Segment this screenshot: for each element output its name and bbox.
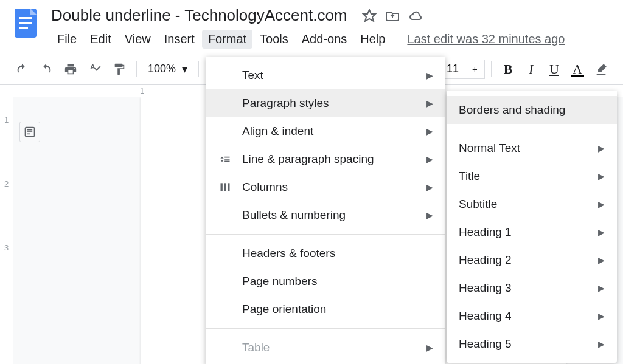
menu-align-indent[interactable]: Align & indent ▶ (206, 117, 445, 145)
menu-label: Page numbers (242, 275, 433, 288)
submenu-label: Heading 4 (459, 309, 598, 323)
chevron-right-icon: ▶ (598, 199, 605, 209)
submenu-borders-shading[interactable]: Borders and shading (447, 96, 617, 124)
chevron-right-icon: ▶ (598, 255, 605, 265)
blank-icon (218, 124, 232, 139)
menu-separator (447, 129, 617, 129)
menu-page-numbers[interactable]: Page numbers (206, 267, 445, 295)
chevron-right-icon: ▶ (426, 154, 433, 164)
chevron-right-icon: ▶ (426, 98, 433, 108)
submenu-heading-1[interactable]: Heading 1 ▶ (447, 218, 617, 246)
submenu-heading-3[interactable]: Heading 3 ▶ (447, 274, 617, 302)
blank-icon (218, 340, 232, 355)
menu-bullets-numbering[interactable]: Bullets & numbering ▶ (206, 201, 445, 229)
italic-button[interactable]: I (521, 59, 541, 80)
move-folder-icon[interactable] (385, 9, 400, 23)
highlight-color-icon[interactable] (590, 58, 612, 80)
redo-icon[interactable] (35, 58, 57, 80)
menu-label: Table (242, 341, 417, 354)
submenu-normal-text[interactable]: Normal Text ▶ (447, 134, 617, 162)
cloud-saved-icon[interactable] (408, 9, 423, 23)
chevron-right-icon: ▶ (426, 210, 433, 220)
star-icon[interactable] (362, 9, 377, 23)
menu-file[interactable]: File (51, 30, 83, 49)
menu-text[interactable]: Text ▶ (206, 61, 445, 89)
chevron-right-icon: ▶ (426, 182, 433, 192)
submenu-heading-2[interactable]: Heading 2 ▶ (447, 246, 617, 274)
blank-icon (218, 68, 232, 83)
print-icon[interactable] (60, 58, 82, 80)
menu-label: Page orientation (242, 303, 433, 316)
svg-rect-9 (221, 183, 223, 191)
menu-headers-footers[interactable]: Headers & footers (206, 239, 445, 267)
svg-rect-3 (19, 27, 28, 29)
chevron-right-icon: ▶ (598, 283, 605, 293)
menu-paragraph-styles[interactable]: Paragraph styles ▶ (206, 89, 445, 117)
outline-icon[interactable] (19, 122, 40, 142)
menu-format[interactable]: Format (202, 30, 252, 49)
submenu-label: Heading 2 (459, 253, 598, 267)
paragraph-styles-submenu: Borders and shading Normal Text ▶ Title … (447, 91, 617, 363)
ruler-tick: 3 (0, 243, 13, 252)
chevron-right-icon: ▶ (426, 343, 433, 352)
header: Double underline - TechnologyAccent.com … (0, 0, 623, 49)
menu-separator (206, 234, 445, 235)
ruler-vertical[interactable]: 1 2 3 (0, 97, 13, 364)
font-size-plus[interactable]: + (465, 60, 485, 79)
blank-icon (218, 302, 232, 317)
last-edit-link[interactable]: Last edit was 32 minutes ago (407, 32, 565, 46)
menu-label: Paragraph styles (242, 97, 417, 110)
outline-sidebar (13, 97, 46, 364)
chevron-down-icon: ▾ (182, 63, 187, 76)
ruler-tick: 1 (140, 86, 144, 95)
submenu-label: Heading 3 (459, 281, 598, 295)
toolbar-separator (136, 61, 137, 77)
menu-table[interactable]: Table ▶ (206, 334, 445, 362)
ruler-tick: 2 (0, 179, 13, 188)
chevron-right-icon: ▶ (598, 311, 605, 321)
menu-addons[interactable]: Add-ons (296, 30, 353, 49)
blank-icon (218, 208, 232, 222)
menu-tools[interactable]: Tools (254, 30, 294, 49)
columns-icon (218, 180, 232, 194)
submenu-heading-5[interactable]: Heading 5 ▶ (447, 330, 617, 358)
menu-separator (206, 328, 445, 329)
menu-view[interactable]: View (119, 30, 157, 49)
submenu-label: Borders and shading (459, 103, 605, 117)
menu-help[interactable]: Help (354, 30, 391, 49)
svg-rect-2 (19, 22, 32, 24)
docs-logo[interactable] (12, 6, 39, 40)
submenu-label: Heading 5 (459, 337, 598, 351)
bold-button[interactable]: B (498, 59, 518, 80)
paint-format-icon[interactable] (108, 58, 130, 80)
submenu-label: Title (459, 170, 598, 183)
format-dropdown: Text ▶ Paragraph styles ▶ Align & indent… (206, 57, 445, 364)
zoom-select[interactable]: 100% ▾ (143, 60, 192, 78)
chevron-right-icon: ▶ (426, 70, 433, 80)
chevron-right-icon: ▶ (598, 143, 605, 153)
blank-icon (218, 96, 232, 111)
font-size-control: + (440, 60, 485, 79)
title-row: Double underline - TechnologyAccent.com (51, 6, 611, 25)
zoom-value: 100% (148, 63, 176, 75)
submenu-title[interactable]: Title ▶ (447, 162, 617, 190)
underline-button[interactable]: U (544, 59, 565, 80)
menu-insert[interactable]: Insert (158, 30, 201, 49)
menu-columns[interactable]: Columns ▶ (206, 173, 445, 201)
menu-label: Text (242, 69, 417, 82)
submenu-subtitle[interactable]: Subtitle ▶ (447, 190, 617, 218)
submenu-label: Heading 1 (459, 225, 598, 239)
svg-rect-11 (228, 183, 229, 191)
menu-line-spacing[interactable]: Line & paragraph spacing ▶ (206, 145, 445, 173)
spellcheck-icon[interactable] (84, 58, 106, 80)
chevron-right-icon: ▶ (598, 171, 605, 181)
submenu-heading-4[interactable]: Heading 4 ▶ (447, 302, 617, 330)
menu-page-orientation[interactable]: Page orientation (206, 295, 445, 323)
menu-edit[interactable]: Edit (84, 30, 117, 49)
undo-icon[interactable] (11, 58, 33, 80)
menu-label: Columns (242, 180, 417, 194)
line-spacing-icon (218, 152, 232, 167)
document-title[interactable]: Double underline - TechnologyAccent.com (51, 6, 347, 25)
text-color-button[interactable]: A (567, 59, 588, 80)
submenu-label: Normal Text (459, 142, 598, 155)
